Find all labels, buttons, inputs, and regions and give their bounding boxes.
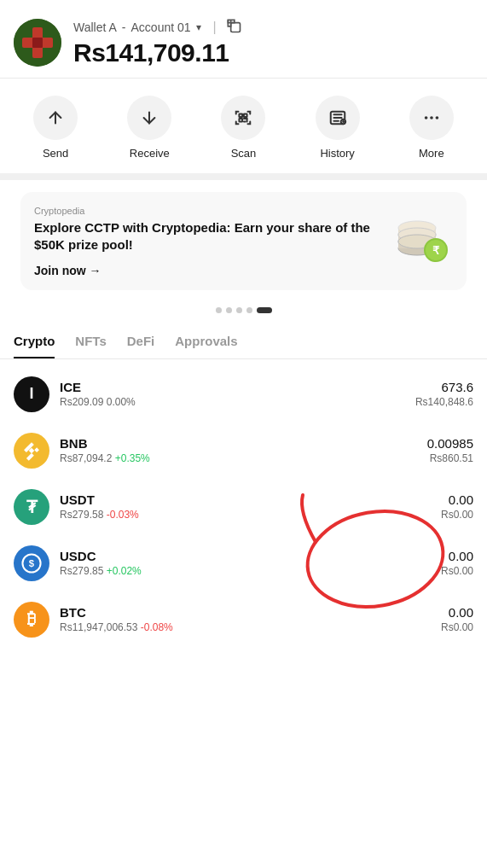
usdt-icon: ₮ xyxy=(14,489,49,525)
dot-3 xyxy=(236,307,242,313)
action-buttons: Send Receive Scan xyxy=(0,79,487,173)
tab-crypto[interactable]: Crypto xyxy=(14,325,55,358)
scan-label: Scan xyxy=(231,147,257,160)
ice-value: Rs140,848.6 xyxy=(415,396,473,408)
dot-5-active xyxy=(257,307,272,313)
more-circle xyxy=(409,96,454,140)
receive-circle xyxy=(127,96,171,140)
wallet-name: Wallet A xyxy=(73,20,117,34)
banner-tag: Cryptopedia xyxy=(34,206,385,216)
btc-value: Rs0.00 xyxy=(441,621,473,633)
banner-pagination xyxy=(0,300,487,325)
usdt-amount: 0.00 xyxy=(441,492,473,507)
svg-rect-4 xyxy=(230,23,240,32)
usdc-name: USDC xyxy=(60,549,431,563)
header: Wallet A - Account 01 ▾ | Rs141,709.11 xyxy=(0,0,487,78)
account-row: Wallet A - Account 01 ▾ | xyxy=(73,17,473,37)
usdc-amount: 0.00 xyxy=(441,549,473,563)
wallet-avatar[interactable] xyxy=(14,19,61,67)
account-label: Account 01 xyxy=(131,20,191,34)
history-action[interactable]: History xyxy=(316,96,360,160)
join-now-button[interactable]: Join now → xyxy=(34,264,101,277)
usdt-amounts: 0.00 Rs0.00 xyxy=(441,492,473,521)
receive-action[interactable]: Receive xyxy=(127,96,171,160)
receive-label: Receive xyxy=(130,147,170,160)
more-action[interactable]: More xyxy=(409,96,454,160)
svg-text:₹: ₹ xyxy=(432,244,440,257)
ice-name: ICE xyxy=(60,380,405,394)
send-circle xyxy=(33,96,78,140)
banner-title: Explore CCTP with Cryptopedia: Earn your… xyxy=(34,219,385,254)
svg-point-20 xyxy=(425,116,428,119)
section-divider xyxy=(0,173,487,180)
token-item-usdt[interactable]: ₮ USDT Rs279.58 -0.03% 0.00 Rs0.00 xyxy=(0,479,487,535)
btc-amount: 0.00 xyxy=(441,605,473,620)
scan-circle xyxy=(221,96,265,140)
more-label: More xyxy=(419,147,444,160)
ice-amount: 673.6 xyxy=(415,380,473,394)
cryptopedia-banner[interactable]: Cryptopedia Explore CCTP with Cryptopedi… xyxy=(20,192,467,290)
dot-2 xyxy=(226,307,232,313)
tab-approvals[interactable]: Approvals xyxy=(175,325,237,358)
ice-amounts: 673.6 Rs140,848.6 xyxy=(415,380,473,408)
btc-amounts: 0.00 Rs0.00 xyxy=(441,605,473,633)
ice-change: 0.00% xyxy=(107,396,136,408)
dropdown-icon[interactable]: ▾ xyxy=(196,21,201,33)
ice-icon: I xyxy=(14,376,49,412)
ice-price-value: Rs209.09 xyxy=(60,396,103,408)
bnb-info: BNB Rs87,094.2 +0.35% xyxy=(60,436,417,464)
btc-price: Rs11,947,006.53 -0.08% xyxy=(60,621,431,633)
header-info: Wallet A - Account 01 ▾ | Rs141,709.11 xyxy=(73,17,473,67)
token-item-btc[interactable]: ₿ BTC Rs11,947,006.53 -0.08% 0.00 Rs0.00 xyxy=(0,591,487,648)
usdt-change: -0.03% xyxy=(107,509,139,521)
svg-point-22 xyxy=(435,116,438,119)
banner-content: Cryptopedia Explore CCTP with Cryptopedi… xyxy=(34,206,385,278)
btc-change: -0.08% xyxy=(141,621,173,633)
bnb-price-value: Rs87,094.2 xyxy=(60,452,112,464)
bnb-price: Rs87,094.2 +0.35% xyxy=(60,452,417,464)
token-item-ice[interactable]: I ICE Rs209.09 0.00% 673.6 Rs140,848.6 xyxy=(0,366,487,422)
banner-wrapper: Cryptopedia Explore CCTP with Cryptopedi… xyxy=(0,180,487,290)
history-circle xyxy=(316,96,360,140)
usdc-value: Rs0.00 xyxy=(441,565,473,577)
dot-4 xyxy=(246,307,252,313)
ice-info: ICE Rs209.09 0.00% xyxy=(60,380,405,408)
history-label: History xyxy=(320,147,354,160)
copy-address-button[interactable] xyxy=(222,17,246,37)
token-item-usdc[interactable]: $ USDC Rs279.85 +0.02% 0.00 Rs0.00 xyxy=(0,535,487,591)
separator: - xyxy=(122,20,126,34)
bnb-value: Rs860.51 xyxy=(427,452,473,464)
svg-rect-8 xyxy=(244,114,247,117)
asset-tabs: Crypto NFTs DeFi Approvals xyxy=(0,325,487,359)
ice-price: Rs209.09 0.00% xyxy=(60,396,405,408)
usdc-price: Rs279.85 +0.02% xyxy=(60,565,431,577)
btc-name: BTC xyxy=(60,605,431,620)
usdt-name: USDT xyxy=(60,492,431,507)
btc-price-value: Rs11,947,006.53 xyxy=(60,621,137,633)
token-item-bnb[interactable]: BNB Rs87,094.2 +0.35% 0.00985 Rs860.51 xyxy=(0,422,487,479)
balance-amount: Rs141,709.11 xyxy=(73,38,473,67)
usdc-info: USDC Rs279.85 +0.02% xyxy=(60,549,431,577)
bnb-amounts: 0.00985 Rs860.51 xyxy=(427,436,473,464)
svg-point-21 xyxy=(430,116,433,119)
btc-icon: ₿ xyxy=(14,602,49,638)
token-list: I ICE Rs209.09 0.00% 673.6 Rs140,848.6 B… xyxy=(0,363,487,651)
scan-action[interactable]: Scan xyxy=(221,96,265,160)
svg-rect-9 xyxy=(240,119,243,122)
usdt-price: Rs279.58 -0.03% xyxy=(60,509,431,521)
tab-defi[interactable]: DeFi xyxy=(127,325,155,358)
svg-rect-3 xyxy=(32,38,43,48)
usdc-price-value: Rs279.85 xyxy=(60,565,103,577)
bnb-change: +0.35% xyxy=(115,452,150,464)
bnb-name: BNB xyxy=(60,436,417,451)
dot-1 xyxy=(216,307,222,313)
tab-nfts[interactable]: NFTs xyxy=(75,325,106,358)
svg-rect-7 xyxy=(240,114,243,117)
usdt-value: Rs0.00 xyxy=(441,509,473,521)
bnb-amount: 0.00985 xyxy=(427,436,473,451)
usdc-change: +0.02% xyxy=(107,565,142,577)
usdc-icon: $ xyxy=(14,545,49,581)
banner-graphic: ₹ xyxy=(385,211,453,272)
send-action[interactable]: Send xyxy=(33,96,78,160)
send-label: Send xyxy=(43,147,68,160)
